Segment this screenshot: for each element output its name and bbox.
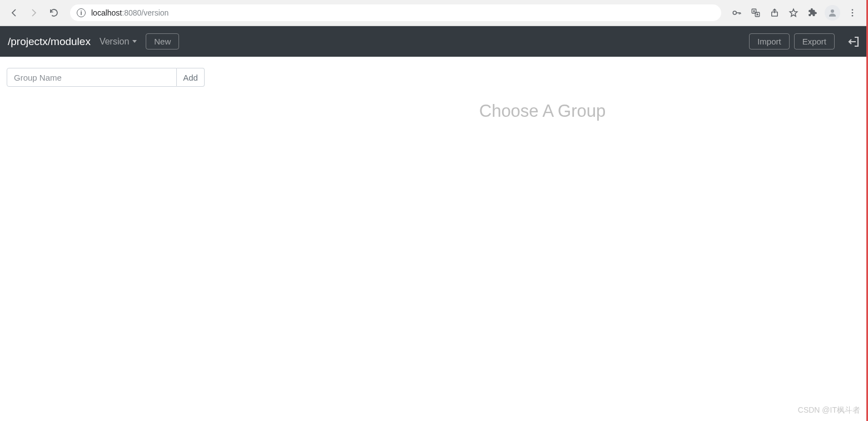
navbar-right: Import Export: [749, 33, 860, 49]
address-bar[interactable]: i localhost:8080/version: [70, 4, 721, 21]
version-label: Version: [100, 37, 129, 47]
extensions-icon[interactable]: [803, 4, 821, 22]
export-button[interactable]: Export: [794, 33, 835, 49]
watermark: CSDN @IT枫斗者: [798, 405, 860, 415]
chevron-down-icon: [132, 40, 137, 43]
translate-icon[interactable]: [747, 4, 765, 22]
forward-button[interactable]: [24, 3, 43, 22]
version-dropdown[interactable]: Version: [100, 37, 137, 47]
browser-toolbar: i localhost:8080/version: [0, 0, 868, 26]
content-area: Add Choose A Group: [0, 57, 868, 421]
new-button[interactable]: New: [146, 33, 179, 49]
add-group-button[interactable]: Add: [177, 68, 205, 87]
svg-point-4: [831, 9, 834, 13]
bookmark-star-icon[interactable]: [785, 4, 802, 22]
url-text: localhost:8080/version: [91, 8, 168, 17]
site-info-icon[interactable]: i: [77, 8, 86, 17]
svg-point-5: [852, 9, 854, 11]
share-icon[interactable]: [766, 4, 783, 22]
logout-icon[interactable]: [847, 35, 860, 48]
reload-button[interactable]: [44, 3, 63, 22]
svg-point-0: [733, 11, 736, 14]
choose-group-heading: Choose A Group: [217, 101, 868, 121]
svg-point-6: [852, 12, 854, 14]
nav-buttons: [4, 3, 63, 22]
navbar-brand[interactable]: /projectx/modulex: [8, 36, 91, 48]
chrome-right-icons: [728, 4, 864, 22]
svg-point-7: [852, 15, 854, 17]
chrome-menu-icon[interactable]: [844, 4, 861, 22]
group-name-input[interactable]: [7, 68, 177, 87]
back-button[interactable]: [4, 3, 23, 22]
group-input-group: Add: [7, 68, 205, 87]
profile-avatar[interactable]: [825, 5, 840, 21]
key-icon[interactable]: [728, 4, 746, 22]
main-area: Choose A Group: [217, 57, 868, 421]
sidebar: Add: [0, 57, 217, 421]
app-navbar: /projectx/modulex Version New Import Exp…: [0, 26, 868, 57]
import-button[interactable]: Import: [749, 33, 790, 49]
